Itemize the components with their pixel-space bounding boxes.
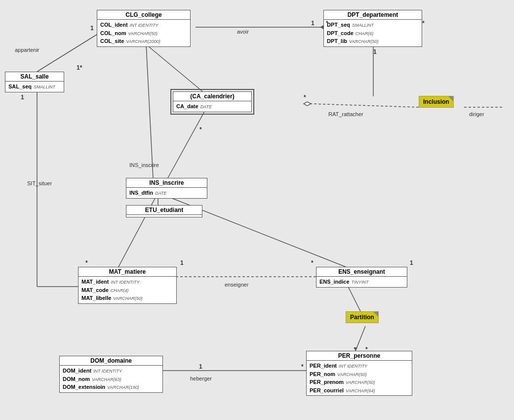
- entity-sal-body: SAL_seq SMALLINT: [5, 82, 64, 92]
- mult-clg-1a: 1: [90, 25, 94, 32]
- svg-marker-9: [304, 102, 311, 106]
- entity-ens-header: ENS_enseignant: [316, 267, 407, 277]
- attr-dpt-code: DPT_code CHAR(6): [327, 29, 419, 38]
- svg-line-14: [119, 193, 158, 267]
- mult-dpt-right-star: *: [422, 20, 425, 27]
- entity-dom-body: DOM_ident INT IDENTITY DOM_nom VARCHAR(6…: [60, 366, 162, 392]
- attr-mat-libelle: MAT_libelle VARCHAR(50): [81, 294, 173, 302]
- svg-line-18: [356, 326, 365, 351]
- note-inclusion: Inclusion: [419, 96, 454, 108]
- entity-dpt-body: DPT_seq SMALLINT DPT_code CHAR(6) DPT_li…: [324, 20, 422, 46]
- entity-etu-etudiant: ETU_etudiant: [126, 205, 202, 217]
- mult-mat-1: 1: [180, 259, 184, 266]
- relation-appartenir: appartenir: [15, 47, 40, 53]
- attr-ca-date: CA_date DATE: [176, 102, 248, 111]
- entity-etu-body: [126, 215, 202, 217]
- mult-ens-1: 1: [410, 259, 413, 266]
- attr-mat-code: MAT_code CHAR(4): [81, 286, 173, 294]
- attr-per-ident: PER_ident INT IDENTITY: [310, 362, 409, 370]
- attr-dom-nom: DOM_nom VARCHAR(63): [63, 375, 159, 383]
- relation-ins-inscrire: INS_inscrire: [129, 162, 159, 168]
- attr-col-site: COL_site VARCHAR(2000): [100, 37, 187, 45]
- mult-ens-star: *: [311, 259, 314, 266]
- attr-col-nom: COL_nom VARCHAR(50): [100, 29, 187, 38]
- entity-sal-header: SAL_salle: [5, 72, 64, 82]
- entity-sal-salle: SAL_salle SAL_seq SMALLINT: [5, 72, 64, 92]
- entity-mat-matiere: MAT_matiere MAT_ident INT IDENTITY MAT_c…: [78, 267, 177, 304]
- entity-ins-inscrire: INS_inscrire INS_dtfin DATE: [126, 178, 207, 199]
- relation-rat-rattacher: RAT_rattacher: [328, 111, 363, 117]
- mult-sal-1star: 1*: [77, 64, 82, 71]
- svg-line-0: [37, 35, 97, 72]
- svg-marker-6: [320, 25, 323, 29]
- relation-avoir: avoir: [237, 29, 249, 35]
- mult-per-arrow-star: *: [365, 346, 368, 353]
- note-inclusion-label: Inclusion: [423, 98, 449, 105]
- attr-ens-indice: ENS_indice TINYINT: [319, 278, 404, 286]
- note-partition-label: Partition: [350, 314, 374, 321]
- mult-mat-star: *: [85, 259, 88, 266]
- entity-clg-body: COL_ident INT IDENTITY COL_nom VARCHAR(5…: [97, 20, 190, 46]
- relation-sit-situer: SIT_situer: [27, 180, 52, 186]
- svg-line-3: [146, 44, 202, 91]
- mult-dpt-bottom-1: 1: [373, 48, 377, 55]
- attr-dom-extension: DOM_extensioin VARCHAR(190): [63, 383, 159, 391]
- attr-per-courriel: PER_courriel VARCHAR(64): [310, 386, 409, 395]
- svg-marker-19: [354, 347, 357, 351]
- entity-ins-body: INS_dtfin DATE: [126, 188, 207, 198]
- attr-sal-seq: SAL_seq SMALLINT: [8, 83, 61, 91]
- entity-ca-calendrier: (CA_calendrier) CA_date DATE: [173, 91, 252, 112]
- svg-line-12: [146, 44, 153, 178]
- entity-ca-body: CA_date DATE: [173, 101, 251, 112]
- entity-clg-college: CLG_college COL_ident INT IDENTITY COL_n…: [97, 10, 191, 47]
- entity-ens-body: ENS_indice TINYINT: [316, 277, 407, 287]
- attr-per-prenom: PER_prenom VARCHAR(50): [310, 378, 409, 386]
- mult-dpt-1: 1: [311, 20, 315, 27]
- entity-dpt-header: DPT_departement: [324, 10, 422, 20]
- attr-dom-ident: DOM_ident INT IDENTITY: [63, 367, 159, 375]
- mult-ca-star: *: [304, 94, 306, 101]
- svg-line-15: [158, 193, 346, 267]
- relation-heberger: heberger: [190, 376, 212, 381]
- entity-per-header: PER_personne: [307, 351, 412, 361]
- diagram: CLG_college COL_ident INT IDENTITY COL_n…: [0, 0, 514, 420]
- entity-per-personne: PER_personne PER_ident INT IDENTITY PER_…: [306, 351, 412, 396]
- entity-dom-domaine: DOM_domaine DOM_ident INT IDENTITY DOM_n…: [59, 356, 163, 393]
- entity-per-body: PER_ident INT IDENTITY PER_nom VARCHAR(5…: [307, 361, 412, 395]
- svg-line-8: [311, 104, 419, 107]
- relation-enseigner: enseigner: [225, 282, 248, 288]
- note-partition: Partition: [346, 311, 379, 323]
- attr-dpt-lib: DPT_lib VARCHAR(50): [327, 37, 419, 45]
- entity-mat-header: MAT_matiere: [79, 267, 176, 277]
- mult-per-star: *: [301, 363, 304, 370]
- attr-col-ident: COL_ident INT IDENTITY: [100, 21, 187, 29]
- entity-ens-enseignant: ENS_enseignant ENS_indice TINYINT: [316, 267, 407, 288]
- entity-ins-header: INS_inscrire: [126, 178, 207, 188]
- entity-clg-header: CLG_college: [97, 10, 190, 20]
- svg-line-11: [168, 106, 207, 178]
- attr-per-nom: PER_nom VARCHAR(50): [310, 370, 409, 378]
- mult-dpt-star: *: [326, 20, 328, 27]
- relation-diriger: diriger: [469, 111, 484, 117]
- entity-etu-header: ETU_etudiant: [126, 206, 202, 215]
- mult-dom-1: 1: [199, 363, 202, 370]
- entity-ca-header: (CA_calendrier): [173, 92, 251, 101]
- attr-dpt-seq: DPT_seq SMALLINT: [327, 21, 419, 29]
- mult-sal-1: 1: [21, 94, 24, 101]
- entity-dom-header: DOM_domaine: [60, 356, 162, 366]
- mult-ca-bottom-star: *: [199, 126, 202, 133]
- entity-mat-body: MAT_ident INT IDENTITY MAT_code CHAR(4) …: [79, 277, 176, 303]
- entity-dpt-departement: DPT_departement DPT_seq SMALLINT DPT_cod…: [323, 10, 422, 47]
- attr-ins-dtfin: INS_dtfin DATE: [129, 189, 204, 197]
- attr-mat-ident: MAT_ident INT IDENTITY: [81, 278, 173, 286]
